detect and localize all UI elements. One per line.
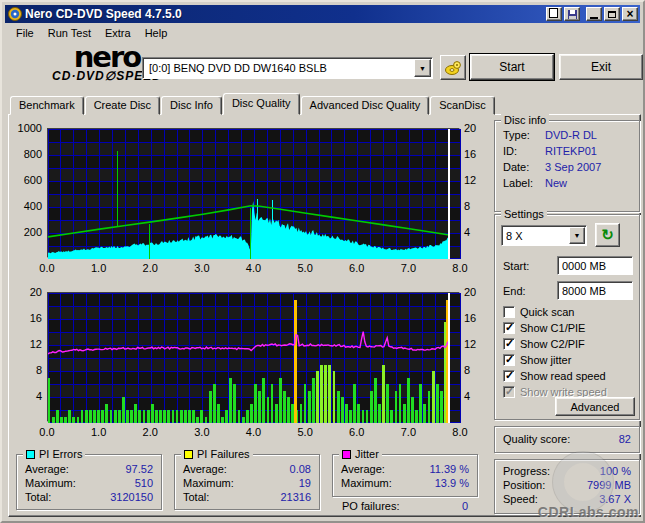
checkbox-icon: ✓ (503, 338, 515, 350)
axis-tick-label: 1.0 (87, 262, 111, 274)
drive-select[interactable]: [0:0] BENQ DVD DD DW1640 BSLB ▼ (142, 57, 433, 79)
end-position-input[interactable]: 8000 MB (557, 281, 633, 300)
axis-tick-label: 4.0 (242, 262, 266, 274)
axis-tick-label: 2.0 (138, 262, 162, 274)
tab-benchmark[interactable]: Benchmark (10, 96, 84, 115)
menu-help[interactable]: Help (138, 25, 175, 41)
axis-tick-label: 2.0 (138, 426, 162, 438)
maximize-icon (608, 11, 616, 18)
axis-tick-label: 8 (464, 364, 470, 376)
axis-tick-label: 8.0 (448, 262, 472, 274)
axis-tick-label: 0.0 (35, 262, 59, 274)
pi-failures-stats-group: PI Failures Average:0.08 Maximum:19 Tota… (174, 454, 320, 510)
tab-scandisc[interactable]: ScanDisc (430, 96, 494, 115)
save-button[interactable] (564, 7, 580, 21)
stat-row: Maximum:19 (175, 476, 319, 490)
tab-strip: Benchmark Create Disc Disc Info Disc Qua… (10, 93, 496, 115)
po-failures-value: 0 (462, 500, 468, 512)
axis-tick-label: 400 (14, 200, 42, 212)
axis-tick-label: 16 (464, 312, 476, 324)
stat-row: Average:11.39 % (333, 462, 477, 476)
tab-disc-info[interactable]: Disc Info (161, 96, 222, 115)
axis-tick-label: 1000 (14, 122, 42, 134)
pi-failures-group-title: PI Failures (197, 448, 250, 460)
jitter-swatch-icon (342, 450, 351, 459)
disc-info-row: Date:3 Sep 2007 (495, 159, 639, 175)
checkbox-icon: ✓ (503, 370, 515, 382)
checkbox-icon: ✓ (503, 306, 515, 318)
eject-tray-button[interactable] (440, 55, 466, 80)
close-button[interactable]: × (622, 7, 638, 21)
menu-file[interactable]: File (9, 25, 41, 41)
axis-tick-label: 5.0 (293, 426, 317, 438)
axis-tick-label: 12 (14, 338, 42, 350)
checkbox-show-c2-pif[interactable]: ✓Show C2/PIF (503, 337, 585, 351)
axis-tick-label: 12 (464, 174, 476, 186)
axis-tick-label: 5.0 (293, 262, 317, 274)
start-position-label: Start: (503, 260, 529, 272)
scan-speed-value: 8 X (506, 230, 569, 242)
disc-info-title: Disc info (501, 114, 549, 126)
pi-errors-plot-area (47, 128, 460, 258)
axis-tick-label: 4.0 (242, 426, 266, 438)
tab-create-disc[interactable]: Create Disc (85, 96, 160, 115)
checkbox-show-jitter[interactable]: ✓Show jitter (503, 353, 571, 367)
disc-eject-icon (444, 60, 462, 76)
advanced-button[interactable]: Advanced (555, 397, 635, 416)
menu-run-test[interactable]: Run Test (41, 25, 98, 41)
stat-row: Average:97.52 (17, 462, 161, 476)
axis-tick-label: 800 (14, 148, 42, 160)
axis-tick-label: 200 (14, 226, 42, 238)
maximize-button[interactable] (604, 7, 620, 21)
scan-speed-select[interactable]: 8 X ▼ (501, 225, 587, 246)
quality-score-value: 82 (619, 433, 631, 445)
axis-tick-label: 4 (464, 226, 470, 238)
exit-button[interactable]: Exit (559, 54, 643, 80)
axis-tick-label: 20 (464, 122, 476, 134)
pi-failures-chart: 20161284201612840.01.02.03.04.05.06.07.0… (14, 285, 492, 445)
copy-button[interactable] (546, 7, 562, 21)
title-bar: Nero CD-DVD Speed 4.7.5.0 × (5, 5, 640, 23)
end-position-label: End: (503, 285, 526, 297)
minimize-button[interactable] (586, 7, 602, 21)
drive-select-value: [0:0] BENQ DVD DD DW1640 BSLB (143, 62, 414, 74)
pi-errors-stats-group: PI Errors Average:97.52 Maximum:510 Tota… (16, 454, 162, 510)
position-row: Position:7999 MB (495, 478, 639, 492)
start-button[interactable]: Start (470, 54, 554, 80)
jitter-group-title: Jitter (355, 448, 379, 460)
axis-tick-label: 8 (14, 364, 42, 376)
pi-errors-swatch-icon (26, 450, 35, 459)
start-position-input[interactable]: 0000 MB (557, 256, 633, 275)
stat-row: Total:21316 (175, 490, 319, 504)
axis-tick-label: 3.0 (190, 262, 214, 274)
app-icon (8, 7, 22, 21)
axis-tick-label: 8.0 (448, 426, 472, 438)
save-icon (568, 10, 577, 19)
axis-tick-label: 7.0 (396, 426, 420, 438)
disc-info-group: Disc info Type:DVD-R DL ID:RITEKP01 Date… (494, 120, 640, 212)
refresh-icon: ↻ (601, 226, 614, 244)
refresh-button[interactable]: ↻ (595, 223, 620, 247)
tab-disc-quality[interactable]: Disc Quality (223, 93, 300, 115)
checkbox-icon: ✓ (503, 386, 515, 398)
chevron-down-icon[interactable]: ▼ (414, 59, 431, 77)
axis-tick-label: 16 (464, 148, 476, 160)
tab-advanced-disc-quality[interactable]: Advanced Disc Quality (301, 96, 430, 115)
app-window: Nero CD-DVD Speed 4.7.5.0 × File Run Tes… (0, 0, 645, 523)
axis-tick-label: 600 (14, 174, 42, 186)
checkbox-show-read-speed[interactable]: ✓Show read speed (503, 369, 606, 383)
po-failures-label: PO failures: (342, 500, 399, 512)
axis-tick-label: 4 (464, 390, 470, 402)
disc-info-row: Label:New (495, 175, 639, 191)
checkbox-quick-scan[interactable]: ✓Quick scan (503, 305, 574, 319)
axis-tick-label: 7.0 (396, 262, 420, 274)
menu-extra[interactable]: Extra (98, 25, 138, 41)
close-icon: × (626, 8, 633, 20)
settings-title: Settings (501, 208, 547, 220)
chevron-down-icon[interactable]: ▼ (569, 227, 585, 244)
checkbox-show-c1-pie[interactable]: ✓Show C1/PIE (503, 321, 585, 335)
minimize-icon (590, 17, 598, 19)
axis-tick-label: 4 (14, 390, 42, 402)
axis-tick-label: 20 (14, 286, 42, 298)
disc-info-row: Type:DVD-R DL (495, 127, 639, 143)
